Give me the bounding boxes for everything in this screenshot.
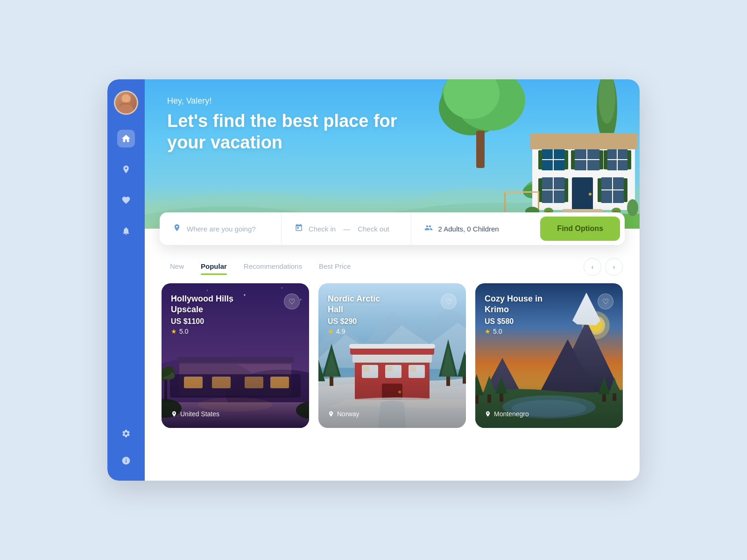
card2-location: Norway: [337, 410, 359, 418]
card3-rating-value: 5.0: [493, 328, 502, 335]
svg-point-5: [441, 79, 521, 131]
card1-info: Hollywood Hills Upscale US $1100 ★ 5.0: [171, 294, 268, 335]
card2-header: Nordic Arctic Hall US $290 ★ 4.9 ♡: [328, 294, 457, 335]
card3-content: Cozy House in Krimo US $580 ★ 5.0 ♡ Mont…: [475, 283, 623, 428]
card-hollywood[interactable]: Hollywood Hills Upscale US $1100 ★ 5.0 ♡…: [162, 283, 309, 428]
tab-best-price[interactable]: Best Price: [310, 259, 359, 275]
card3-info: Cozy House in Krimo US $580 ★ 5.0: [485, 294, 569, 335]
card3-header: Cozy House in Krimo US $580 ★ 5.0 ♡: [485, 294, 613, 335]
sidebar-nav: [117, 130, 135, 425]
dates-field[interactable]: Check in — Check out: [282, 212, 411, 245]
card1-header: Hollywood Hills Upscale US $1100 ★ 5.0 ♡: [171, 294, 300, 335]
svg-point-6: [439, 79, 504, 135]
checkout-label: Check out: [358, 225, 389, 233]
card3-price: US $580: [485, 317, 569, 326]
card1-rating: ★ 5.0: [171, 328, 268, 335]
hero-title: Let's find the best place for your vacat…: [167, 111, 401, 153]
card3-rating: ★ 5.0: [485, 328, 569, 335]
app-container: Hey, Valery! Let's find the best place f…: [107, 79, 640, 481]
card-krimo[interactable]: Cozy House in Krimo US $580 ★ 5.0 ♡ Mont…: [475, 283, 623, 428]
location-search-icon: [173, 224, 181, 234]
main-content: Hey, Valery! Let's find the best place f…: [145, 79, 640, 481]
destination-field[interactable]: Where are you going?: [160, 212, 282, 245]
star-icon: ★: [485, 328, 491, 335]
card3-footer: Montenegro: [485, 410, 613, 418]
tab-recommendations[interactable]: Recommendations: [235, 259, 310, 275]
card1-price: US $1100: [171, 317, 268, 326]
card1-title: Hollywood Hills Upscale: [171, 294, 244, 315]
hero-greeting: Hey, Valery!: [167, 96, 401, 106]
cards-row: Hollywood Hills Upscale US $1100 ★ 5.0 ♡…: [145, 283, 640, 481]
svg-point-2: [122, 94, 130, 103]
guests-icon: [424, 224, 433, 234]
card1-location: United States: [180, 410, 219, 418]
info-nav-item[interactable]: [117, 452, 135, 469]
heart-nav-item[interactable]: [117, 191, 135, 209]
prev-arrow-button[interactable]: ‹: [584, 258, 601, 276]
location-nav-item[interactable]: [117, 161, 135, 178]
next-arrow-button[interactable]: ›: [605, 258, 623, 276]
card2-footer: Norway: [328, 410, 457, 418]
star-icon: ★: [328, 328, 334, 335]
card3-title: Cozy House in Krimo: [485, 294, 548, 315]
tab-popular[interactable]: Popular: [192, 259, 235, 275]
calendar-icon: [295, 224, 303, 234]
bell-nav-item[interactable]: [117, 222, 135, 240]
checkin-label: Check in: [309, 225, 336, 233]
card1-rating-value: 5.0: [179, 328, 188, 335]
home-nav-item[interactable]: [117, 130, 135, 147]
card2-favorite-button[interactable]: ♡: [441, 294, 457, 309]
date-separator: —: [343, 225, 350, 233]
svg-point-11: [599, 79, 615, 124]
card2-price: US $290: [328, 317, 398, 326]
guests-text: 2 Adults, 0 Children: [438, 225, 499, 233]
svg-point-10: [597, 79, 617, 142]
search-bar: Where are you going? Check in — Check ou…: [160, 212, 625, 245]
sidebar-bottom: [117, 425, 135, 469]
svg-point-9: [444, 79, 500, 119]
destination-placeholder: Where are you going?: [187, 225, 256, 233]
svg-rect-12: [604, 140, 610, 159]
tabs-row: New Popular Recommendations Best Price ‹…: [145, 245, 640, 283]
card1-content: Hollywood Hills Upscale US $1100 ★ 5.0 ♡…: [162, 283, 309, 428]
svg-rect-8: [476, 131, 485, 168]
card2-rating-value: 4.9: [336, 328, 345, 335]
card-nordic[interactable]: Nordic Arctic Hall US $290 ★ 4.9 ♡ Norwa…: [318, 283, 466, 428]
hero-text: Hey, Valery! Let's find the best place f…: [167, 96, 401, 153]
card2-info: Nordic Arctic Hall US $290 ★ 4.9: [328, 294, 398, 335]
card1-footer: United States: [171, 410, 300, 418]
svg-rect-16: [530, 133, 637, 149]
tab-new[interactable]: New: [162, 259, 192, 275]
card1-favorite-button[interactable]: ♡: [284, 294, 300, 309]
find-options-button[interactable]: Find Options: [540, 217, 620, 241]
avatar[interactable]: [114, 91, 138, 115]
card2-title: Nordic Arctic Hall: [328, 294, 381, 315]
sidebar: [107, 79, 145, 481]
settings-nav-item[interactable]: [117, 425, 135, 442]
guests-field[interactable]: 2 Adults, 0 Children: [411, 212, 541, 245]
svg-point-7: [455, 79, 525, 131]
card3-location: Montenegro: [494, 410, 529, 418]
star-icon: ★: [171, 328, 177, 335]
card2-content: Nordic Arctic Hall US $290 ★ 4.9 ♡ Norwa…: [318, 283, 466, 428]
hero-section: Hey, Valery! Let's find the best place f…: [145, 79, 640, 229]
card3-favorite-button[interactable]: ♡: [598, 294, 613, 309]
card2-rating: ★ 4.9: [328, 328, 398, 335]
